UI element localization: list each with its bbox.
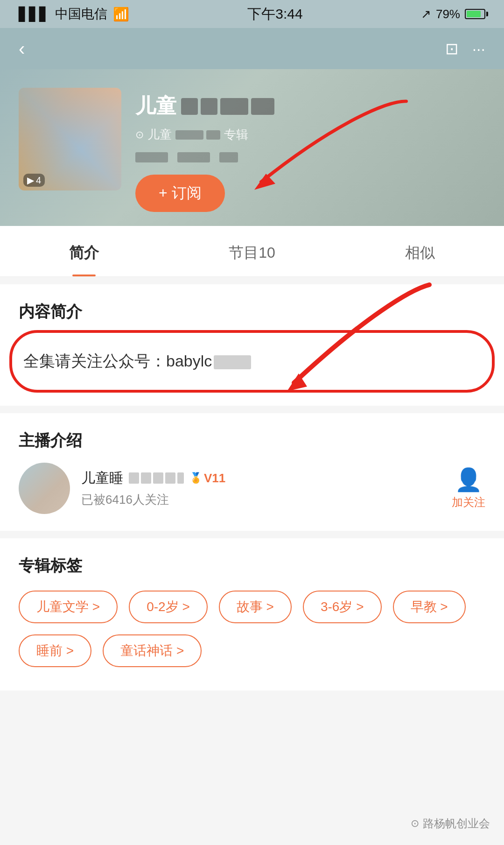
follow-icon: 👤 (455, 467, 483, 493)
status-right: ↗ 79% (421, 7, 485, 21)
album-stats (135, 152, 485, 162)
tag-item[interactable]: 3-6岁 > (303, 591, 382, 623)
carrier-name: 中国电信 (55, 5, 107, 23)
back-button[interactable]: ‹ (19, 38, 25, 59)
battery-icon (465, 9, 485, 19)
tags-grid: 儿童文学 > 0-2岁 > 故事 > 3-6岁 > 早教 > 睡前 > 童话神话… (19, 591, 485, 667)
album-subtitle: ⊙ 儿童 专辑 (135, 127, 485, 143)
tab-intro[interactable]: 简介 (0, 226, 168, 276)
description-box: 全集请关注公众号：babylc (19, 334, 485, 389)
tag-item[interactable]: 早教 > (393, 591, 466, 623)
watermark-icon: ⊙ (411, 817, 419, 830)
location-icon: ↗ (421, 7, 431, 21)
tab-episodes[interactable]: 节目10 (168, 226, 336, 276)
host-section-title: 主播介绍 (19, 430, 485, 451)
vip-badge: 🏅 V11 (189, 471, 225, 486)
tag-item[interactable]: 0-2岁 > (129, 591, 208, 623)
status-left: ▋▋▋ 中国电信 📶 (19, 5, 129, 23)
share-button[interactable]: ⊡ (445, 39, 458, 58)
host-row: 儿童睡 🏅 V11 已被6416人关注 👤 加关注 (19, 463, 485, 514)
album-cover: ▶ 4 (19, 88, 121, 190)
follow-button[interactable]: 👤 加关注 (452, 467, 485, 510)
nav-actions: ⊡ ··· (445, 39, 485, 58)
wifi-icon: 📶 (113, 7, 129, 22)
tag-item[interactable]: 儿童文学 > (19, 591, 118, 623)
album-title: 儿童 (135, 92, 485, 120)
nav-bar: ‹ ⊡ ··· (0, 28, 504, 69)
status-bar: ▋▋▋ 中国电信 📶 下午3:44 ↗ 79% (0, 0, 504, 28)
host-followers: 已被6416人关注 (81, 492, 441, 508)
battery-percent: 79% (436, 7, 460, 21)
play-count: ▶ 4 (23, 174, 45, 187)
watermark-text: 路杨帆创业会 (423, 816, 490, 831)
more-button[interactable]: ··· (472, 40, 485, 58)
signal-bars: ▋▋▋ (19, 7, 49, 22)
host-avatar (19, 463, 70, 514)
description-text: 全集请关注公众号：babylc (23, 352, 251, 370)
content-intro-title: 内容简介 (19, 301, 485, 323)
tags-section: 专辑标签 儿童文学 > 0-2岁 > 故事 > 3-6岁 > 早教 > 睡前 >… (0, 538, 504, 690)
time-display: 下午3:44 (247, 5, 302, 24)
watermark: ⊙ 路杨帆创业会 (411, 816, 490, 831)
tabs-bar: 简介 节目10 相似 (0, 226, 504, 277)
follow-label: 加关注 (452, 495, 485, 510)
tab-similar[interactable]: 相似 (336, 226, 504, 276)
tag-item[interactable]: 童话神话 > (103, 634, 202, 667)
content-intro-section: 内容简介 全集请关注公众号：babylc (0, 284, 504, 406)
tag-item[interactable]: 睡前 > (19, 634, 91, 667)
tags-title: 专辑标签 (19, 555, 485, 577)
album-header: ▶ 4 儿童 ⊙ 儿童 (0, 69, 504, 226)
album-info: 儿童 ⊙ 儿童 专辑 (135, 88, 485, 212)
subscribe-button[interactable]: + 订阅 (135, 175, 225, 212)
host-info: 儿童睡 🏅 V11 已被6416人关注 (81, 469, 441, 508)
host-name: 儿童睡 🏅 V11 (81, 469, 441, 488)
host-section: 主播介绍 儿童睡 🏅 V11 已被6416人关注 (0, 413, 504, 531)
tag-item[interactable]: 故事 > (219, 591, 292, 623)
